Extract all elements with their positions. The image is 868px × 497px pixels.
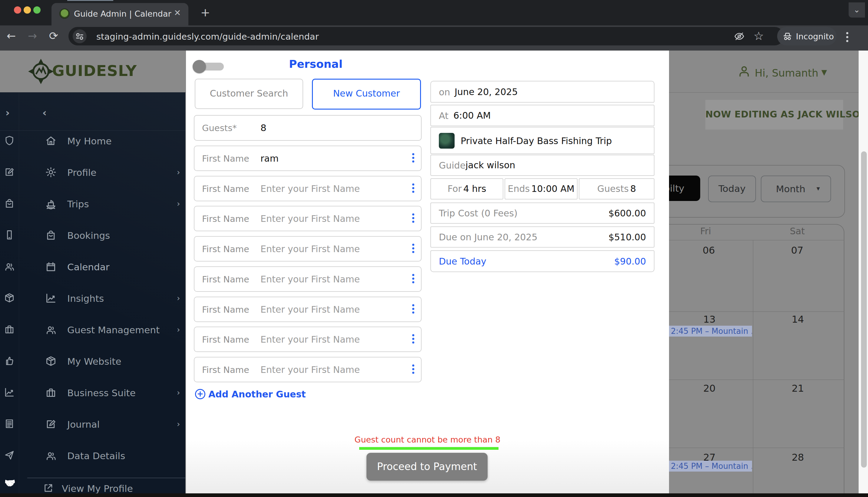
address-bar[interactable]: staging-admin.guidesly.com/guide-admin/c… <box>68 27 784 45</box>
rail-thumbs-up-icon[interactable] <box>4 355 16 367</box>
kebab-menu-icon[interactable] <box>412 242 414 255</box>
guests-count-field[interactable]: Guests* 8 <box>194 115 422 141</box>
today-button[interactable]: Today <box>708 175 756 202</box>
first-name-input[interactable]: Enter your First Name <box>261 304 360 315</box>
sidebar-item-business-suite[interactable]: Business Suite › <box>19 381 185 405</box>
calendar-event[interactable]: 2:45 PM – Mountain … <box>669 326 752 337</box>
sidebar-item-profile[interactable]: Profile › <box>19 160 185 184</box>
customer-search-tab[interactable]: Customer Search <box>195 79 303 109</box>
guest-first-name-row[interactable]: First Name Enter your First Name <box>194 266 422 292</box>
rail-send-icon[interactable] <box>4 450 16 462</box>
back-icon[interactable]: ← <box>7 30 16 42</box>
window-close-button[interactable] <box>14 6 21 14</box>
browser-menu-icon[interactable] <box>846 30 849 44</box>
window-zoom-button[interactable] <box>33 6 41 14</box>
calendar-date-cell[interactable]: 13 <box>703 314 716 325</box>
sidebar-item-calendar[interactable]: Calendar <box>19 255 185 279</box>
reload-icon[interactable]: ⟳ <box>49 30 58 42</box>
calendar-date-cell[interactable]: 14 <box>792 314 804 325</box>
kebab-menu-icon[interactable] <box>412 303 414 315</box>
tab-search-chevron-icon[interactable]: ⌄ <box>849 2 865 17</box>
kebab-menu-icon[interactable] <box>412 333 414 345</box>
summary-duration-cell: For 4 hrs <box>430 178 503 199</box>
calendar-date-cell[interactable]: 06 <box>703 244 715 256</box>
rail-doc-icon[interactable] <box>4 418 16 430</box>
sidebar-item-trips[interactable]: Trips › <box>19 191 185 216</box>
forward-icon[interactable]: → <box>28 30 37 42</box>
browser-tab[interactable]: Guide Admin | Calendar ✕ <box>52 3 188 25</box>
calendar-date-cell[interactable]: 28 <box>792 452 804 463</box>
scrollbar-thumb[interactable] <box>861 151 867 468</box>
grid-line <box>753 240 753 497</box>
guest-first-name-row[interactable]: First Name Enter your First Name <box>194 297 422 322</box>
sidebar-item-my-website[interactable]: My Website <box>19 349 185 373</box>
eye-off-icon[interactable] <box>733 31 745 43</box>
guest-first-name-row[interactable]: First Name Enter your First Name <box>194 357 422 382</box>
rail-expand-chevron-icon[interactable]: › <box>5 106 10 119</box>
toggle-knob[interactable] <box>193 60 206 73</box>
guest-first-name-row[interactable]: First Name ram <box>194 146 422 171</box>
sidebar-item-journal[interactable]: Journal › <box>19 412 185 436</box>
calendar-event[interactable]: 2:45 PM – Mountain … <box>669 461 752 472</box>
proceed-to-payment-button[interactable]: Proceed to Payment <box>366 453 488 481</box>
sidebar-item-data-details[interactable]: Data Details <box>19 443 185 468</box>
sidebar-item-label: View My Profile <box>62 483 133 494</box>
handshake-icon[interactable]: 🤝 <box>4 478 15 488</box>
guest-first-name-row[interactable]: First Name Enter your First Name <box>194 236 422 261</box>
sidebar-collapse-chevron-icon[interactable]: ‹ <box>42 106 47 119</box>
window-minimize-button[interactable] <box>24 6 31 14</box>
date-value: June 20, 2025 <box>454 87 518 97</box>
rail-package-icon[interactable] <box>4 292 16 304</box>
guest-first-name-row[interactable]: First Name Enter your First Name <box>194 327 422 352</box>
first-name-input[interactable]: Enter your First Name <box>261 244 360 254</box>
calendar-date-cell[interactable]: 20 <box>703 383 716 394</box>
rail-smartphone-icon[interactable] <box>4 229 16 241</box>
first-name-input[interactable]: ram <box>261 153 279 164</box>
guest-first-name-row[interactable]: First Name Enter your First Name <box>194 206 422 231</box>
guests-value[interactable]: 8 <box>261 122 267 133</box>
sidebar-item-bookings[interactable]: Bookings <box>19 223 185 247</box>
rail-shield-icon[interactable] <box>4 135 16 147</box>
greeting-text[interactable]: Hi, Sumanth <box>755 67 818 79</box>
new-tab-button[interactable]: + <box>200 8 210 17</box>
bookmark-star-icon[interactable]: ☆ <box>754 29 764 43</box>
kebab-menu-icon[interactable] <box>412 212 414 224</box>
chevron-right-icon: › <box>177 168 180 177</box>
kebab-menu-icon[interactable] <box>412 152 414 164</box>
rail-briefcase-icon[interactable] <box>4 324 16 336</box>
tab-close-icon[interactable]: ✕ <box>174 8 181 18</box>
cost-label: Trip Cost (0 Fees) <box>439 208 518 218</box>
new-customer-tab[interactable]: New Customer <box>312 79 421 110</box>
guidesly-logo-text[interactable]: GUIDESLY <box>52 62 137 80</box>
guide-value: jack wilson <box>465 160 515 170</box>
rail-bag-icon[interactable] <box>4 198 16 210</box>
user-menu-caret-icon[interactable]: ▼ <box>821 68 827 76</box>
rail-people-icon[interactable] <box>4 260 16 273</box>
grid-line <box>651 380 844 380</box>
add-another-guest-label: Add Another Guest <box>208 389 306 399</box>
calendar-date-cell[interactable]: 07 <box>791 244 803 256</box>
kebab-menu-icon[interactable] <box>412 272 414 285</box>
sidebar-item-label: Calendar <box>67 261 109 272</box>
site-info-icon[interactable] <box>73 29 87 43</box>
first-name-input[interactable]: Enter your First Name <box>261 274 360 285</box>
rail-edit-icon[interactable] <box>4 166 16 178</box>
first-name-input[interactable]: Enter your First Name <box>261 183 360 194</box>
sidebar-item-insights[interactable]: Insights › <box>19 286 185 310</box>
sidebar-item-guest-management[interactable]: Guest Management › <box>19 317 185 342</box>
url-text[interactable]: staging-admin.guidesly.com/guide-admin/c… <box>96 31 319 42</box>
boat-icon <box>45 198 57 210</box>
first-name-input[interactable]: Enter your First Name <box>261 334 360 345</box>
sidebar-item-my-home[interactable]: My Home <box>19 129 185 153</box>
calendar-date-cell[interactable]: 21 <box>792 383 804 394</box>
summary-guide-row: Guide jack wilson <box>430 155 655 176</box>
first-name-input[interactable]: Enter your First Name <box>261 213 360 224</box>
kebab-menu-icon[interactable] <box>412 182 414 194</box>
booking-type-toggle[interactable] <box>195 63 224 71</box>
kebab-menu-icon[interactable] <box>412 363 414 375</box>
view-select[interactable]: Month ▾ <box>761 175 831 202</box>
rail-chart-icon[interactable] <box>4 386 16 399</box>
chevron-right-icon: › <box>177 199 180 208</box>
guest-first-name-row[interactable]: First Name Enter your First Name <box>194 176 422 201</box>
first-name-input[interactable]: Enter your First Name <box>261 365 360 375</box>
